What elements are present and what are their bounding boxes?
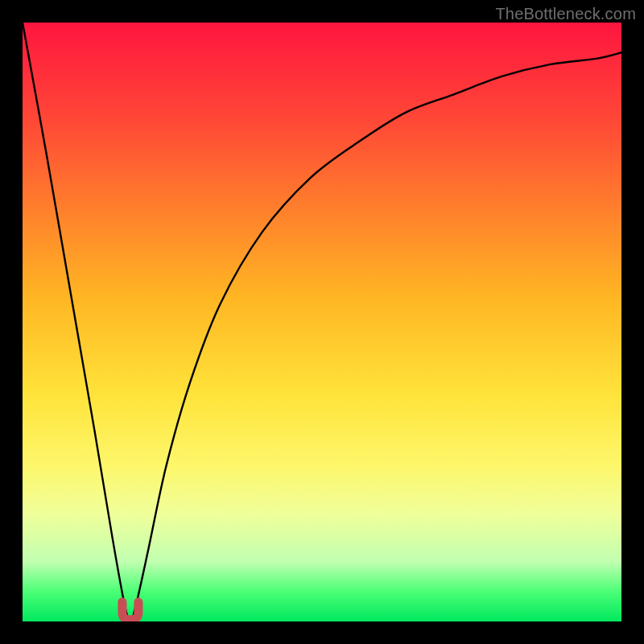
curve-overlay	[23, 23, 621, 621]
plot-area	[23, 23, 621, 621]
bottleneck-curve	[23, 23, 621, 621]
optimum-marker	[122, 602, 138, 620]
chart-frame: TheBottleneck.com	[0, 0, 644, 644]
watermark-text: TheBottleneck.com	[495, 5, 636, 23]
